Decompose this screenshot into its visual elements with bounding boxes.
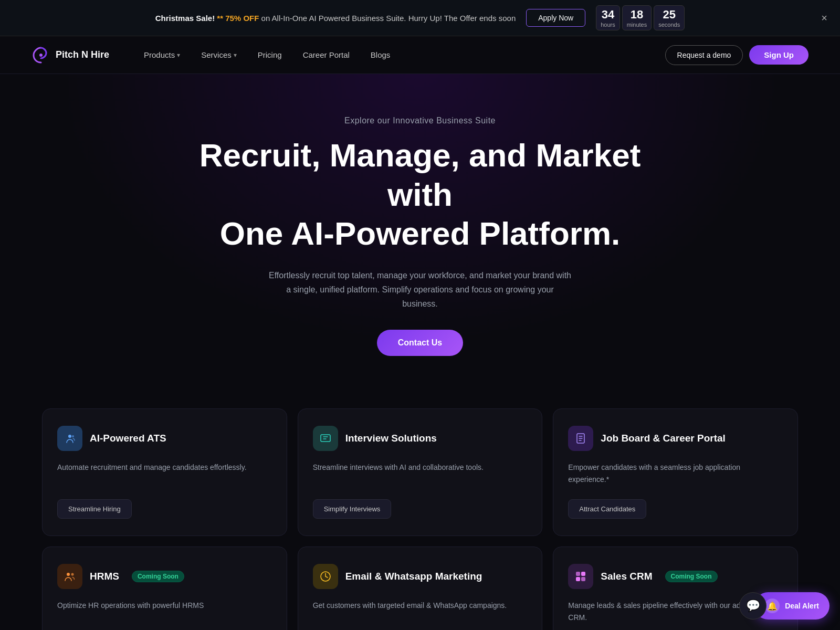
- signup-button[interactable]: Sign Up: [749, 45, 808, 65]
- apply-now-button[interactable]: Apply Now: [526, 9, 585, 27]
- hrms-icon: [57, 564, 82, 589]
- banner-suffix: on All-In-One AI Powered Business Suite.…: [261, 14, 516, 23]
- card-jobboard-title: Job Board & Career Portal: [601, 433, 726, 444]
- request-demo-button[interactable]: Request a demo: [665, 45, 743, 65]
- card-crm-header: Sales CRM Coming Soon: [568, 564, 783, 589]
- cards-section: AI-Powered ATS Automate recruitment and …: [0, 387, 840, 630]
- minutes-label: minutes: [627, 22, 647, 28]
- nav-services[interactable]: Services ▾: [193, 46, 245, 64]
- hero-section: Explore our Innovative Business Suite Re…: [0, 74, 840, 387]
- card-email-title: Email & Whatsapp Marketing: [345, 571, 482, 582]
- chat-bubble-button[interactable]: 💬: [739, 592, 766, 620]
- seconds-value: 25: [658, 8, 680, 22]
- chat-icon: 💬: [746, 599, 760, 613]
- svg-point-1: [68, 435, 71, 438]
- svg-rect-3: [321, 435, 330, 442]
- svg-point-0: [39, 54, 43, 57]
- banner-sale-label: Christmas Sale!: [155, 14, 215, 23]
- nav-career-portal[interactable]: Career Portal: [295, 46, 358, 64]
- banner-text: Christmas Sale! ** 75% OFF on All-In-One…: [155, 14, 516, 23]
- interview-icon: [313, 426, 338, 451]
- card-interview: Interview Solutions Streamline interview…: [298, 408, 543, 536]
- products-chevron-icon: ▾: [177, 51, 180, 59]
- card-hrms-title: HRMS: [90, 571, 119, 582]
- card-jobboard-desc: Empower candidates with a seamless job a…: [568, 461, 783, 487]
- jobboard-icon: [568, 426, 593, 451]
- seconds-label: seconds: [658, 22, 680, 28]
- card-email-header: Email & Whatsapp Marketing: [313, 564, 528, 589]
- card-jobboard-header: Job Board & Career Portal: [568, 426, 783, 451]
- svg-rect-8: [576, 572, 580, 576]
- logo-icon: [32, 46, 50, 65]
- hero-subtitle: Explore our Innovative Business Suite: [32, 116, 808, 125]
- simplify-interviews-button[interactable]: Simplify Interviews: [313, 499, 392, 519]
- card-interview-desc: Streamline interviews with AI and collab…: [313, 461, 528, 487]
- nav-links: Products ▾ Services ▾ Pricing Career Por…: [135, 46, 665, 64]
- card-interview-header: Interview Solutions: [313, 426, 528, 451]
- crm-icon: [568, 564, 593, 589]
- card-crm-title: Sales CRM: [601, 571, 652, 582]
- nav-products[interactable]: Products ▾: [135, 46, 188, 64]
- hours-unit: 34 hours: [596, 5, 620, 30]
- streamline-hiring-button[interactable]: Streamline Hiring: [57, 499, 132, 519]
- card-ats-header: AI-Powered ATS: [57, 426, 272, 451]
- card-email: Email & Whatsapp Marketing Get customers…: [298, 547, 543, 630]
- nav-pricing[interactable]: Pricing: [249, 46, 290, 64]
- svg-rect-11: [581, 577, 585, 581]
- nav-blogs[interactable]: Blogs: [362, 46, 399, 64]
- card-hrms-desc: Optimize HR operations with powerful HRM…: [57, 600, 272, 625]
- hero-description: Effortlessly recruit top talent, manage …: [268, 268, 572, 311]
- top-banner: Christmas Sale! ** 75% OFF on All-In-One…: [0, 0, 840, 36]
- card-interview-title: Interview Solutions: [345, 433, 437, 444]
- svg-rect-10: [576, 577, 580, 581]
- navbar: Pitch N Hire Products ▾ Services ▾ Prici…: [0, 36, 840, 74]
- banner-discount: ** 75% OFF: [217, 14, 259, 23]
- email-icon: [313, 564, 338, 589]
- minutes-value: 18: [627, 8, 647, 22]
- services-chevron-icon: ▾: [234, 51, 237, 59]
- card-hrms-header: HRMS Coming Soon: [57, 564, 272, 589]
- attract-candidates-button[interactable]: Attract Candidates: [568, 499, 646, 519]
- countdown-timer: 34 hours 18 minutes 25 seconds: [596, 5, 685, 30]
- card-ats-desc: Automate recruitment and manage candidat…: [57, 461, 272, 487]
- ats-icon: [57, 426, 82, 451]
- deal-alert-icon: 🔔: [765, 598, 780, 613]
- hero-title-line1: Recruit, Manage, and Market with: [200, 137, 641, 212]
- hero-title-line2: One AI-Powered Platform.: [220, 215, 621, 251]
- logo[interactable]: Pitch N Hire: [32, 46, 109, 65]
- seconds-unit: 25 seconds: [654, 5, 685, 30]
- cards-grid: AI-Powered ATS Automate recruitment and …: [42, 408, 798, 630]
- svg-point-6: [71, 573, 74, 576]
- contact-us-button[interactable]: Contact Us: [377, 330, 463, 356]
- svg-rect-9: [581, 572, 585, 576]
- hrms-badge: Coming Soon: [132, 571, 184, 582]
- minutes-unit: 18 minutes: [622, 5, 652, 30]
- svg-point-5: [67, 573, 70, 576]
- card-jobboard: Job Board & Career Portal Empower candid…: [553, 408, 798, 536]
- card-ats-title: AI-Powered ATS: [90, 433, 166, 444]
- nav-actions: Request a demo Sign Up: [665, 45, 808, 65]
- card-email-desc: Get customers with targeted email & What…: [313, 600, 528, 625]
- hero-title: Recruit, Manage, and Market with One AI-…: [184, 136, 656, 253]
- card-ats: AI-Powered ATS Automate recruitment and …: [42, 408, 287, 536]
- deal-alert-label: Deal Alert: [785, 602, 819, 610]
- logo-text: Pitch N Hire: [56, 49, 109, 60]
- card-hrms: HRMS Coming Soon Optimize HR operations …: [42, 547, 287, 630]
- svg-point-2: [72, 435, 74, 437]
- banner-close-button[interactable]: ×: [819, 10, 830, 26]
- crm-badge: Coming Soon: [665, 571, 718, 582]
- hours-value: 34: [601, 8, 615, 22]
- hours-label: hours: [601, 22, 615, 28]
